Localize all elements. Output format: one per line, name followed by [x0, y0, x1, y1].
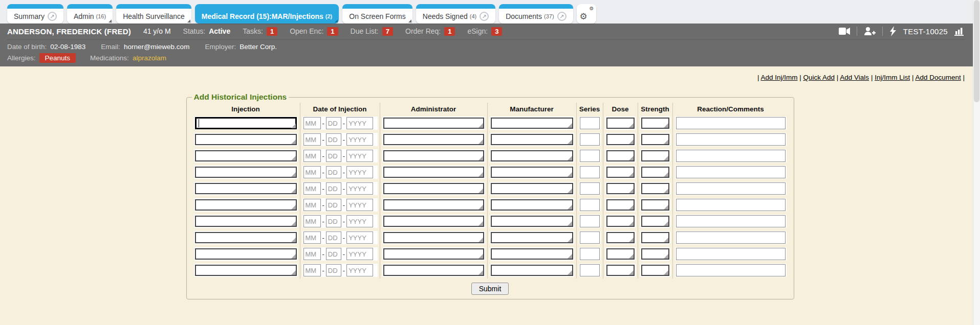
- date-dd-input[interactable]: [326, 248, 341, 260]
- counter-badge[interactable]: 1: [267, 27, 277, 36]
- reaction-comments-input[interactable]: [676, 264, 786, 276]
- date-dd-input[interactable]: [326, 215, 341, 227]
- injection-input[interactable]: [195, 117, 297, 129]
- date-mm-input[interactable]: [303, 182, 321, 195]
- dose-input[interactable]: [606, 167, 635, 178]
- tab-summary[interactable]: Summary ↗: [7, 4, 63, 24]
- administrator-input[interactable]: [383, 248, 484, 260]
- link-inj-imm-list[interactable]: Inj/Imm List: [875, 74, 910, 81]
- administrator-input[interactable]: [383, 118, 484, 129]
- date-yyyy-input[interactable]: [346, 215, 373, 227]
- dose-input[interactable]: [606, 118, 635, 129]
- reaction-comments-input[interactable]: [676, 215, 786, 227]
- settings-button[interactable]: ⚙ ⚙: [577, 4, 596, 24]
- lightning-icon[interactable]: [889, 26, 897, 36]
- manufacturer-input[interactable]: [491, 150, 573, 161]
- injection-input[interactable]: [195, 265, 297, 276]
- manufacturer-input[interactable]: [491, 167, 573, 178]
- tab-needs-signed[interactable]: Needs Signed (4) ↗: [416, 4, 495, 24]
- series-input[interactable]: [580, 199, 600, 211]
- series-input[interactable]: [580, 215, 600, 227]
- dose-input[interactable]: [606, 134, 635, 145]
- date-dd-input[interactable]: [326, 166, 341, 178]
- tab-health-surveillance[interactable]: Health Surveillance: [116, 4, 191, 24]
- dose-input[interactable]: [606, 248, 635, 260]
- series-input[interactable]: [580, 133, 600, 146]
- reaction-comments-input[interactable]: [676, 166, 786, 178]
- administrator-input[interactable]: [383, 150, 484, 161]
- injection-input[interactable]: [195, 248, 297, 260]
- injection-input[interactable]: [195, 167, 297, 178]
- manufacturer-input[interactable]: [491, 216, 573, 227]
- administrator-input[interactable]: [383, 183, 484, 194]
- link-add-document[interactable]: Add Document: [915, 74, 961, 81]
- administrator-input[interactable]: [383, 232, 484, 243]
- strength-input[interactable]: [641, 167, 669, 178]
- series-input[interactable]: [580, 150, 600, 162]
- date-yyyy-input[interactable]: [346, 231, 373, 244]
- administrator-input[interactable]: [383, 167, 484, 178]
- date-yyyy-input[interactable]: [346, 150, 373, 162]
- manufacturer-input[interactable]: [491, 134, 573, 145]
- date-mm-input[interactable]: [303, 117, 321, 129]
- counter-badge[interactable]: 7: [382, 27, 393, 36]
- date-mm-input[interactable]: [303, 166, 321, 178]
- tab-on-screen-forms[interactable]: On Screen Forms: [342, 4, 412, 24]
- manufacturer-input[interactable]: [491, 118, 573, 129]
- series-input[interactable]: [580, 166, 600, 178]
- counter-badge[interactable]: 3: [491, 27, 502, 36]
- external-link-icon[interactable]: ↗: [480, 12, 489, 21]
- manufacturer-input[interactable]: [491, 232, 573, 243]
- submit-button[interactable]: Submit: [471, 283, 509, 295]
- counter-badge[interactable]: 1: [444, 27, 455, 36]
- strength-input[interactable]: [641, 248, 669, 260]
- date-yyyy-input[interactable]: [346, 264, 373, 276]
- date-yyyy-input[interactable]: [346, 199, 373, 211]
- strength-input[interactable]: [641, 199, 669, 211]
- injection-input[interactable]: [195, 134, 297, 145]
- administrator-input[interactable]: [383, 134, 484, 145]
- injection-input[interactable]: [195, 216, 297, 227]
- link-add-inj-imm[interactable]: Add Inj/Imm: [760, 74, 797, 81]
- date-yyyy-input[interactable]: [346, 248, 373, 260]
- external-link-icon[interactable]: ↗: [48, 12, 57, 21]
- dose-input[interactable]: [606, 183, 635, 194]
- medication-item[interactable]: alprazolam: [133, 54, 166, 62]
- tab-medical-record-15-mar-injections[interactable]: Medical Record (15):MAR/Injections (2): [195, 4, 339, 24]
- injection-input[interactable]: [195, 183, 297, 194]
- injection-input[interactable]: [195, 232, 297, 243]
- date-dd-input[interactable]: [326, 133, 341, 146]
- dose-input[interactable]: [606, 150, 635, 161]
- bar-chart-icon[interactable]: [954, 27, 965, 36]
- series-input[interactable]: [580, 182, 600, 195]
- date-mm-input[interactable]: [303, 215, 321, 227]
- date-dd-input[interactable]: [326, 150, 341, 162]
- reaction-comments-input[interactable]: [676, 117, 786, 129]
- counter-badge[interactable]: 1: [327, 27, 338, 36]
- scrollbar-thumb[interactable]: [974, 0, 979, 102]
- injection-input[interactable]: [195, 150, 297, 161]
- series-input[interactable]: [580, 231, 600, 244]
- allergy-badge[interactable]: Peanuts: [39, 53, 76, 63]
- series-input[interactable]: [580, 117, 600, 129]
- strength-input[interactable]: [641, 134, 669, 145]
- tab-admin[interactable]: Admin (16): [67, 4, 113, 24]
- manufacturer-input[interactable]: [491, 248, 573, 260]
- reaction-comments-input[interactable]: [676, 133, 786, 146]
- link-add-vials[interactable]: Add Vials: [840, 74, 869, 81]
- date-yyyy-input[interactable]: [346, 166, 373, 178]
- strength-input[interactable]: [641, 216, 669, 227]
- series-input[interactable]: [580, 264, 600, 276]
- reaction-comments-input[interactable]: [676, 248, 786, 260]
- manufacturer-input[interactable]: [491, 199, 573, 211]
- date-dd-input[interactable]: [326, 182, 341, 195]
- date-dd-input[interactable]: [326, 117, 341, 129]
- link-quick-add[interactable]: Quick Add: [803, 74, 835, 81]
- dose-input[interactable]: [606, 232, 635, 243]
- strength-input[interactable]: [641, 150, 669, 161]
- vertical-scrollbar[interactable]: [973, 0, 980, 325]
- date-mm-input[interactable]: [303, 199, 321, 211]
- manufacturer-input[interactable]: [491, 265, 573, 276]
- reaction-comments-input[interactable]: [676, 199, 786, 211]
- reaction-comments-input[interactable]: [676, 150, 786, 162]
